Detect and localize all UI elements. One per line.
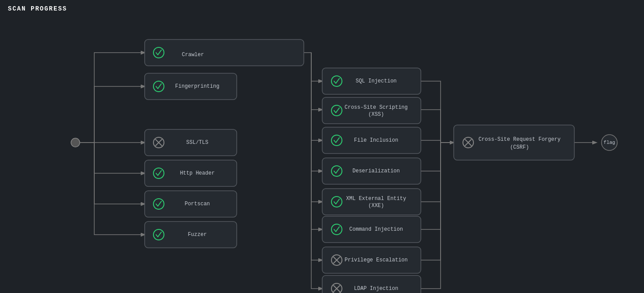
node-deserialization[interactable]: Deserialization: [322, 158, 421, 184]
xss-label: Cross-Site Scripting: [345, 104, 408, 111]
flag-label: flag: [604, 140, 615, 145]
ssl-tls-label: SSL/TLS: [186, 139, 208, 146]
node-xxe[interactable]: XML External Entity (XXE): [322, 189, 421, 215]
conn-start-fuzzer: [94, 143, 145, 235]
conn-xss-csrf: [421, 110, 454, 143]
node-xss[interactable]: Cross-Site Scripting (XSS): [322, 97, 421, 124]
http-header-label: Http Header: [180, 170, 214, 176]
portscan-label: Portscan: [185, 201, 210, 207]
conn-crawler-deser: [311, 53, 322, 171]
svg-rect-0: [145, 39, 304, 66]
fuzzer-label: Fuzzer: [188, 232, 206, 238]
conn-sql-csrf: [421, 81, 454, 143]
command-injection-label: Command Injection: [349, 226, 403, 232]
conn-cmd-csrf: [421, 143, 454, 229]
xxe-label-2: (XXE): [368, 203, 384, 209]
privilege-escalation-label: Privilege Escalation: [345, 257, 408, 263]
ldap-injection-label: LDAP Injection: [354, 286, 398, 292]
node-fingerprinting[interactable]: Fingerprinting: [145, 73, 237, 100]
csrf-label-2: (CSRF): [510, 144, 529, 150]
node-crawler[interactable]: Crawler: [145, 39, 304, 66]
xss-label-2: (XSS): [368, 111, 384, 118]
fingerprinting-label: Fingerprinting: [175, 83, 220, 89]
node-sql-injection[interactable]: SQL Injection: [322, 68, 421, 94]
conn-ldap-csrf: [421, 143, 454, 289]
node-http-header[interactable]: Http Header: [145, 160, 237, 186]
node-csrf[interactable]: Cross-Site Request Forgery (CSRF): [454, 125, 574, 160]
deserialization-label: Deserialization: [352, 168, 400, 174]
conn-start-fingerprinting: [80, 86, 145, 143]
crawler-label: Crawler: [182, 52, 204, 58]
node-file-inclusion[interactable]: File Inclusion: [322, 127, 421, 154]
conn-crawler-sql: [304, 53, 322, 81]
node-ldap-injection[interactable]: LDAP Injection: [322, 275, 421, 293]
conn-start-http: [94, 143, 145, 173]
node-flag[interactable]: flag: [601, 135, 617, 150]
file-inclusion-label: File Inclusion: [354, 137, 398, 143]
start-node: [71, 138, 80, 147]
conn-crawler-cmd: [311, 53, 322, 229]
conn-priv-csrf: [421, 143, 454, 260]
node-portscan[interactable]: Portscan: [145, 191, 237, 217]
conn-crawler-priv: [311, 53, 322, 260]
csrf-label-1: Cross-Site Request Forgery: [478, 136, 560, 143]
conn-crawler-xxe: [311, 53, 322, 202]
xxe-label-1: XML External Entity: [346, 196, 406, 202]
node-ssl-tls[interactable]: SSL/TLS: [145, 129, 237, 156]
conn-crawler-file: [311, 53, 322, 140]
conn-crawler-ldap: [311, 53, 322, 289]
conn-xxe-csrf: [421, 143, 454, 202]
node-fuzzer[interactable]: Fuzzer: [145, 222, 237, 248]
diagram-container: Crawler Fingerprinting SSL/TLS Http Head…: [0, 13, 644, 293]
sql-injection-label: SQL Injection: [356, 78, 397, 84]
conn-deser-csrf: [421, 143, 454, 171]
conn-start-crawler: [80, 53, 145, 143]
node-privilege-escalation[interactable]: Privilege Escalation: [322, 247, 421, 273]
node-command-injection[interactable]: Command Injection: [322, 216, 421, 243]
